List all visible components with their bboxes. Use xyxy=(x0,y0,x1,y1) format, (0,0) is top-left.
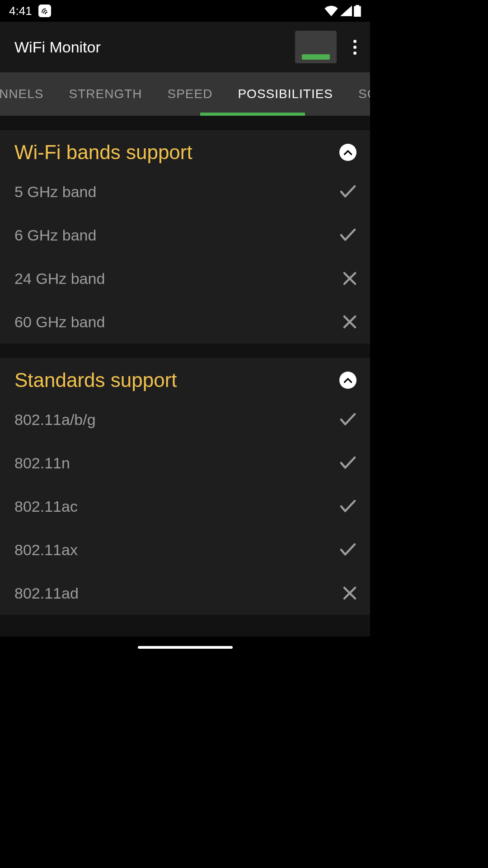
check-icon xyxy=(339,228,357,242)
cross-icon xyxy=(343,315,357,329)
signal-strength-widget[interactable] xyxy=(295,31,337,63)
cross-icon xyxy=(343,272,357,285)
cell-signal-icon xyxy=(340,5,352,16)
status-bar: 4:41 xyxy=(0,0,370,22)
check-icon xyxy=(339,456,357,470)
list-item: 802.11ac xyxy=(0,485,370,528)
section-header[interactable]: Wi-Fi bands support xyxy=(0,130,370,170)
list-item: 60 GHz band xyxy=(0,300,370,344)
section-header[interactable]: Standards support xyxy=(0,358,370,398)
section: Wi-Fi bands support5 GHz band6 GHz band2… xyxy=(0,130,370,344)
status-right xyxy=(324,5,361,17)
chevron-up-icon[interactable] xyxy=(339,372,357,389)
list-item-label: 24 GHz band xyxy=(14,270,105,288)
app-title: WiFi Monitor xyxy=(14,38,101,56)
tab-speed[interactable]: SPEED xyxy=(155,72,225,116)
section: Standards support802.11a/b/g802.11n802.1… xyxy=(0,358,370,615)
tab-indicator xyxy=(200,113,305,116)
list-item: 802.11a/b/g xyxy=(0,398,370,441)
signal-bar xyxy=(302,54,330,60)
wifi-icon xyxy=(324,5,338,16)
tab-bar: CHANNELSSTRENGTHSPEEDPOSSIBILITIESSCAN xyxy=(0,72,370,116)
nav-pill[interactable] xyxy=(138,646,233,649)
content-area[interactable]: Wi-Fi bands support5 GHz band6 GHz band2… xyxy=(0,116,370,637)
list-item: 802.11n xyxy=(0,441,370,485)
check-icon xyxy=(339,413,357,426)
nav-bar xyxy=(0,637,370,658)
check-icon xyxy=(339,500,357,513)
list-item: 24 GHz band xyxy=(0,257,370,300)
check-icon xyxy=(339,543,357,557)
more-options-icon[interactable] xyxy=(349,38,360,57)
battery-icon xyxy=(354,5,361,17)
section-title: Standards support xyxy=(14,369,177,392)
tab-possibilities[interactable]: POSSIBILITIES xyxy=(225,72,346,116)
tab-strength[interactable]: STRENGTH xyxy=(56,72,155,116)
tab-scan[interactable]: SCAN xyxy=(346,72,370,116)
list-item: 5 GHz band xyxy=(0,170,370,213)
list-item: 6 GHz band xyxy=(0,213,370,257)
list-item: 802.11ad xyxy=(0,571,370,615)
list-item-label: 802.11ac xyxy=(14,498,78,515)
check-icon xyxy=(339,185,357,198)
list-item: 802.11ax xyxy=(0,528,370,571)
list-item-label: 6 GHz band xyxy=(14,226,96,244)
status-time: 4:41 xyxy=(9,4,32,18)
app-bar-actions xyxy=(295,31,360,63)
list-item-label: 802.11ad xyxy=(14,585,79,602)
app-status-icon xyxy=(38,5,51,17)
section-title: Wi-Fi bands support xyxy=(14,141,192,164)
chevron-up-icon[interactable] xyxy=(339,144,357,161)
list-item-label: 802.11ax xyxy=(14,541,78,559)
list-item-label: 802.11a/b/g xyxy=(14,411,96,429)
list-item-label: 60 GHz band xyxy=(14,313,105,331)
status-left: 4:41 xyxy=(9,4,51,18)
list-item-label: 5 GHz band xyxy=(14,183,96,201)
cross-icon xyxy=(343,586,357,600)
tab-channels[interactable]: CHANNELS xyxy=(0,72,56,116)
list-item-label: 802.11n xyxy=(14,454,70,472)
app-bar: WiFi Monitor xyxy=(0,22,370,72)
